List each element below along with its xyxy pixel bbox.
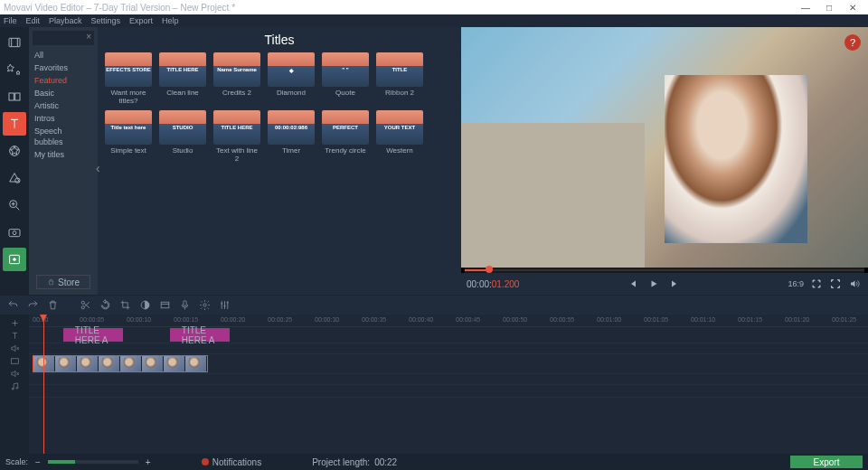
menu-settings[interactable]: Settings (91, 16, 121, 25)
title-card[interactable]: TITLERibbon 2 (376, 52, 423, 105)
title-track-header[interactable] (0, 329, 29, 342)
menu-help[interactable]: Help (162, 16, 179, 25)
video-audio-track[interactable] (29, 374, 868, 385)
crop-button[interactable] (118, 298, 132, 313)
menu-export[interactable]: Export (129, 16, 153, 25)
svg-rect-13 (161, 302, 169, 308)
title-card[interactable]: TITLE HEREText with line 2 (213, 110, 260, 163)
title-card[interactable]: Title text hereSimple text (105, 110, 152, 163)
capture-tool[interactable] (3, 221, 26, 244)
media-tool[interactable] (3, 31, 26, 54)
clip-props-button[interactable] (157, 298, 172, 313)
titles-tool[interactable] (3, 112, 26, 136)
notifications-button[interactable]: Notifications (202, 457, 261, 467)
settings-button[interactable] (197, 298, 212, 313)
category-artistic[interactable]: Artistic (33, 99, 94, 112)
title-card[interactable]: PERFECTTrendy circle (322, 110, 369, 163)
svg-rect-0 (9, 38, 20, 46)
store-button[interactable]: Store (36, 275, 90, 289)
category-basic[interactable]: Basic (33, 87, 94, 99)
scale-plus[interactable]: + (146, 457, 151, 467)
equalizer-button[interactable] (217, 298, 231, 313)
playhead[interactable] (43, 315, 44, 454)
add-track-button[interactable] (0, 316, 29, 329)
aspect-ratio[interactable]: 16:9 (788, 279, 804, 288)
shapes-tool[interactable] (3, 166, 26, 190)
title-clip[interactable]: TITLE HERE A (63, 328, 123, 342)
record-tool[interactable] (3, 248, 26, 271)
music-track[interactable] (29, 385, 868, 398)
menu-file[interactable]: File (4, 16, 17, 25)
title-audio-track[interactable] (29, 343, 868, 354)
category-favorites[interactable]: Favorites (33, 61, 94, 74)
help-button[interactable]: ? (844, 34, 861, 51)
audio-track-header[interactable] (0, 380, 29, 392)
fullscreen-icon[interactable] (827, 276, 844, 292)
rotate-button[interactable] (98, 298, 112, 313)
menu-playback[interactable]: Playback (49, 16, 82, 25)
maximize-button[interactable]: □ (817, 3, 841, 13)
category-all[interactable]: All (33, 49, 94, 61)
category-intros[interactable]: Intros (33, 112, 94, 125)
volume-icon[interactable] (846, 276, 863, 292)
minimize-button[interactable]: — (794, 3, 817, 13)
ruler-tick: 00:00:45 (456, 316, 480, 323)
transitions-tool[interactable] (3, 85, 26, 108)
panel-title: Titles (105, 33, 454, 47)
time-ruler[interactable]: 00:0000:00:0500:00:1000:00:1500:00:2000:… (29, 315, 868, 327)
title-card[interactable]: ◈Diamond (268, 52, 315, 105)
category-speech-bubbles[interactable]: Speech bubbles (33, 125, 94, 148)
title-card[interactable]: EFFECTS STOREWant more titles? (105, 52, 152, 105)
title-clip[interactable]: TITLE HERE A (170, 328, 230, 342)
delete-button[interactable] (45, 298, 60, 313)
mute-video-button[interactable] (0, 367, 29, 380)
zoom-tool[interactable] (3, 193, 26, 217)
close-button[interactable]: ✕ (841, 3, 864, 13)
color-button[interactable] (137, 298, 152, 313)
title-card[interactable]: TITLE HEREClean line (159, 52, 206, 105)
mute-title-button[interactable] (0, 342, 29, 354)
svg-rect-6 (9, 230, 20, 237)
next-button[interactable] (667, 276, 684, 292)
video-track-header[interactable] (0, 354, 29, 367)
status-bar: Scale: − + Notifications Project length:… (0, 454, 868, 470)
mic-button[interactable] (177, 298, 192, 313)
preview-scrubber[interactable] (465, 268, 864, 273)
play-button[interactable] (646, 276, 662, 292)
svg-point-10 (81, 306, 84, 309)
menu-bar: File Edit Playback Settings Export Help (0, 14, 868, 27)
scale-slider[interactable] (48, 460, 138, 464)
undo-button[interactable] (5, 298, 20, 313)
notification-dot-icon (202, 458, 209, 465)
scale-label: Scale: (5, 457, 28, 466)
menu-edit[interactable]: Edit (26, 16, 41, 25)
stickers-tool[interactable] (3, 139, 26, 163)
export-button[interactable]: Export (790, 456, 863, 468)
timeline: 00:0000:00:0500:00:1000:00:1500:00:2000:… (0, 315, 868, 454)
title-track[interactable]: TITLE HERE ATITLE HERE A (29, 327, 868, 343)
collapse-chevron-icon[interactable]: ‹ (96, 161, 100, 175)
cut-button[interactable] (78, 298, 92, 313)
title-card[interactable]: YOUR TEXTWestern (376, 110, 423, 163)
video-clip[interactable] (33, 355, 208, 372)
preview-image (461, 27, 868, 268)
video-track[interactable] (29, 354, 868, 374)
title-card[interactable]: STUDIOStudio (159, 110, 206, 163)
search-input[interactable] (33, 31, 94, 45)
title-card[interactable]: Name SurnameCredits 2 (213, 52, 260, 105)
title-card[interactable]: " "Quote (322, 52, 369, 105)
ruler-tick: 00:01:10 (691, 316, 715, 323)
scale-minus[interactable]: − (35, 457, 41, 467)
filters-tool[interactable] (3, 58, 26, 81)
playback-controls: 00:00:01.200 16:9 (461, 273, 868, 295)
ruler-tick: 00:01:00 (597, 316, 621, 323)
title-card[interactable]: 00:00:02:986Timer (268, 110, 315, 163)
category-my-titles[interactable]: My titles (33, 148, 94, 161)
ruler-tick: 00:00:40 (409, 316, 433, 323)
timeline-body[interactable]: 00:0000:00:0500:00:1000:00:1500:00:2000:… (29, 315, 868, 454)
svg-point-3 (10, 146, 20, 156)
redo-button[interactable] (25, 298, 40, 313)
category-featured[interactable]: Featured (33, 74, 94, 87)
expand-icon[interactable] (808, 276, 825, 292)
prev-button[interactable] (624, 276, 640, 292)
